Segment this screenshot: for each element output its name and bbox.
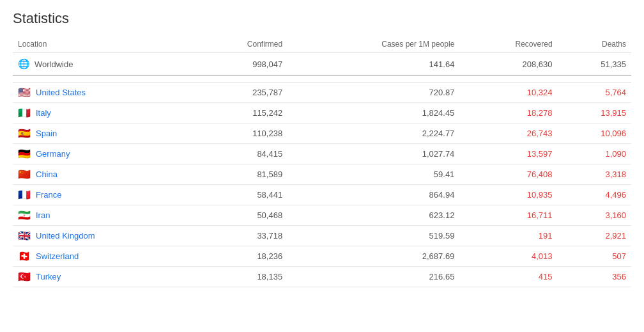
country-confirmed: 115,242 — [193, 102, 288, 123]
country-deaths: 1,090 — [558, 143, 631, 164]
country-per-million: 720.87 — [288, 82, 459, 102]
country-recovered: 191 — [459, 225, 557, 246]
country-confirmed: 58,441 — [193, 184, 288, 205]
country-confirmed: 81,589 — [193, 164, 288, 184]
country-deaths: 10,096 — [558, 123, 631, 143]
country-recovered: 16,711 — [459, 205, 557, 225]
country-location[interactable]: 🇩🇪 Germany — [13, 143, 193, 164]
country-name: Spain — [36, 129, 57, 138]
country-name: Iran — [36, 210, 50, 220]
worldwide-deaths: 51,335 — [558, 53, 631, 76]
country-location[interactable]: 🇮🇷 Iran — [13, 205, 193, 225]
country-location[interactable]: 🇨🇭 Switzerland — [13, 246, 193, 266]
country-recovered: 13,597 — [459, 143, 557, 164]
country-flag: 🇮🇹 — [18, 108, 31, 117]
table-row: 🇪🇸 Spain 110,238 2,224.77 26,743 10,096 — [13, 123, 631, 143]
country-location[interactable]: 🇬🇧 United Kingdom — [13, 225, 193, 246]
country-deaths: 356 — [558, 266, 631, 287]
country-per-million: 623.12 — [288, 205, 459, 225]
worldwide-name: Worldwide — [34, 59, 73, 69]
table-row: 🇮🇷 Iran 50,468 623.12 16,711 3,160 — [13, 205, 631, 225]
country-recovered: 10,935 — [459, 184, 557, 205]
worldwide-row: 🌐 Worldwide 998,047 141.64 208,630 51,33… — [13, 53, 631, 76]
country-confirmed: 235,787 — [193, 82, 288, 102]
country-recovered: 76,408 — [459, 164, 557, 184]
country-location[interactable]: 🇹🇷 Turkey — [13, 266, 193, 287]
country-name: Italy — [36, 108, 51, 118]
country-name: United Kingdom — [36, 231, 95, 241]
table-row: 🇬🇧 United Kingdom 33,718 519.59 191 2,92… — [13, 225, 631, 246]
country-flag: 🇹🇷 — [18, 272, 31, 281]
country-deaths: 5,764 — [558, 82, 631, 102]
country-per-million: 59.41 — [288, 164, 459, 184]
country-confirmed: 33,718 — [193, 225, 288, 246]
worldwide-location: 🌐 Worldwide — [13, 53, 193, 76]
country-location[interactable]: 🇨🇳 China — [13, 164, 193, 184]
country-deaths: 3,160 — [558, 205, 631, 225]
country-name: Turkey — [36, 272, 61, 281]
country-per-million: 519.59 — [288, 225, 459, 246]
country-per-million: 1,824.45 — [288, 102, 459, 123]
country-flag: 🇨🇳 — [18, 170, 31, 178]
col-confirmed: Confirmed — [193, 36, 288, 53]
country-location[interactable]: 🇺🇸 United States — [13, 82, 193, 102]
table-row: 🇮🇹 Italy 115,242 1,824.45 18,278 13,915 — [13, 102, 631, 123]
country-recovered: 10,324 — [459, 82, 557, 102]
country-location[interactable]: 🇮🇹 Italy — [13, 102, 193, 123]
country-location[interactable]: 🇪🇸 Spain — [13, 123, 193, 143]
country-confirmed: 50,468 — [193, 205, 288, 225]
country-flag: 🇪🇸 — [18, 129, 31, 138]
country-per-million: 2,224.77 — [288, 123, 459, 143]
table-row: 🇨🇭 Switzerland 18,236 2,687.69 4,013 507 — [13, 246, 631, 266]
country-recovered: 18,278 — [459, 102, 557, 123]
statistics-table: Location Confirmed Cases per 1M people R… — [13, 36, 631, 287]
country-per-million: 2,687.69 — [288, 246, 459, 266]
col-per-million: Cases per 1M people — [288, 36, 459, 53]
country-name: China — [36, 170, 57, 179]
country-location[interactable]: 🇫🇷 France — [13, 184, 193, 205]
country-confirmed: 110,238 — [193, 123, 288, 143]
col-recovered: Recovered — [459, 36, 557, 53]
table-row: 🇩🇪 Germany 84,415 1,027.74 13,597 1,090 — [13, 143, 631, 164]
country-flag: 🇮🇷 — [18, 210, 31, 219]
country-per-million: 864.94 — [288, 184, 459, 205]
country-name: France — [36, 190, 61, 200]
country-recovered: 415 — [459, 266, 557, 287]
worldwide-per-million: 141.64 — [288, 53, 459, 76]
table-row: 🇫🇷 France 58,441 864.94 10,935 4,496 — [13, 184, 631, 205]
table-row: 🇺🇸 United States 235,787 720.87 10,324 5… — [13, 82, 631, 102]
country-per-million: 1,027.74 — [288, 143, 459, 164]
table-row: 🇨🇳 China 81,589 59.41 76,408 3,318 — [13, 164, 631, 184]
country-recovered: 26,743 — [459, 123, 557, 143]
page-title: Statistics — [13, 10, 631, 27]
country-flag: 🇫🇷 — [18, 190, 31, 199]
col-location: Location — [13, 36, 193, 53]
country-confirmed: 84,415 — [193, 143, 288, 164]
country-flag: 🇩🇪 — [18, 149, 31, 158]
country-deaths: 3,318 — [558, 164, 631, 184]
country-deaths: 2,921 — [558, 225, 631, 246]
country-flag: 🇨🇭 — [18, 251, 31, 260]
country-per-million: 216.65 — [288, 266, 459, 287]
country-deaths: 13,915 — [558, 102, 631, 123]
country-name: United States — [36, 88, 86, 97]
country-confirmed: 18,236 — [193, 246, 288, 266]
globe-icon: 🌐 — [18, 58, 29, 70]
col-deaths: Deaths — [558, 36, 631, 53]
country-confirmed: 18,135 — [193, 266, 288, 287]
country-recovered: 4,013 — [459, 246, 557, 266]
worldwide-recovered: 208,630 — [459, 53, 557, 76]
country-name: Switzerland — [36, 251, 79, 261]
country-deaths: 507 — [558, 246, 631, 266]
country-deaths: 4,496 — [558, 184, 631, 205]
worldwide-confirmed: 998,047 — [193, 53, 288, 76]
table-row: 🇹🇷 Turkey 18,135 216.65 415 356 — [13, 266, 631, 287]
country-flag: 🇺🇸 — [18, 88, 31, 97]
country-name: Germany — [36, 149, 70, 159]
country-flag: 🇬🇧 — [18, 231, 31, 240]
